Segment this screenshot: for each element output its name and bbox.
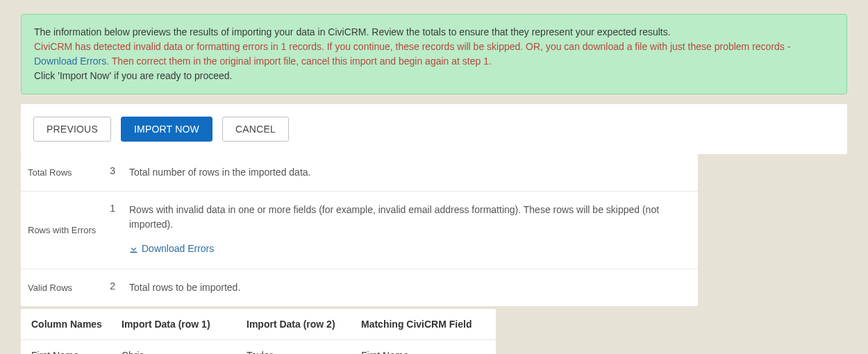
preview-cell: Chris: [122, 350, 247, 354]
import-now-button[interactable]: Import Now: [121, 117, 212, 142]
stats-count: 2: [103, 280, 119, 292]
preview-header-row: Column Names Import Data (row 1) Import …: [21, 309, 496, 340]
import-preview-alert: The information below previews the resul…: [21, 14, 847, 94]
preview-header: Column Names: [31, 319, 122, 330]
preview-cell: First Name: [31, 350, 122, 354]
stats-count: 3: [103, 165, 119, 176]
alert-error-line: CiviCRM has detected invalid data or for…: [34, 40, 834, 69]
stats-label: Total Rows: [28, 167, 103, 178]
alert-info-line: The information below previews the resul…: [34, 25, 834, 40]
preview-header: Matching CiviCRM Field: [361, 319, 485, 330]
stats-desc: Total number of rows in the imported dat…: [119, 165, 691, 180]
stats-label: Rows with Errors: [28, 225, 103, 235]
stats-row-valid: Valid Rows 2 Total rows to be imported.: [21, 269, 698, 306]
download-icon: [129, 244, 138, 253]
previous-button[interactable]: Previous: [33, 117, 111, 142]
preview-header: Import Data (row 2): [247, 319, 361, 330]
stats-label: Valid Rows: [28, 283, 103, 293]
stats-row-total: Total Rows 3 Total number of rows in the…: [21, 154, 698, 192]
column-preview-table: Column Names Import Data (row 1) Import …: [21, 309, 496, 354]
import-stats-table: Total Rows 3 Total number of rows in the…: [21, 154, 698, 306]
download-errors-link[interactable]: Download Errors: [129, 242, 214, 256]
action-panel: Previous Import Now Cancel: [21, 104, 847, 154]
download-errors-link-alert[interactable]: Download Errors: [34, 56, 106, 67]
cancel-button[interactable]: Cancel: [222, 117, 289, 142]
alert-proceed-line: Click 'Import Now' if you are ready to p…: [34, 69, 834, 83]
stats-row-errors: Rows with Errors 1 Rows with invalid dat…: [21, 192, 698, 269]
stats-desc: Total rows to be imported.: [119, 280, 691, 295]
preview-cell: Taylor: [247, 350, 361, 354]
preview-data-row: First Name Chris Taylor First Name: [21, 340, 496, 354]
stats-count: 1: [103, 203, 119, 214]
stats-desc: Rows with invalid data in one or more fi…: [119, 203, 691, 258]
preview-header: Import Data (row 1): [122, 319, 247, 330]
preview-cell: First Name: [361, 350, 485, 354]
